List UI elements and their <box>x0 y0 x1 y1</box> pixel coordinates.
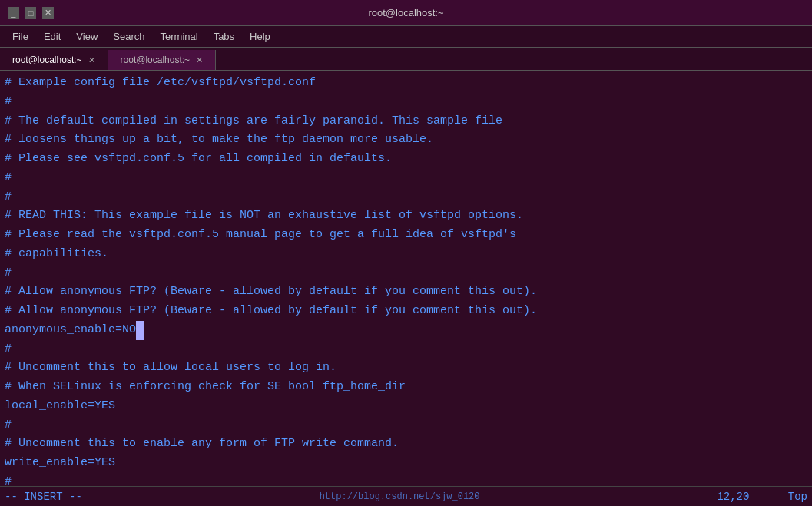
terminal-line: # The default compiled in settings are f… <box>5 114 502 127</box>
menu-search[interactable]: Search <box>107 29 151 44</box>
tab-0-label: root@localhost:~ <box>12 55 82 65</box>
menu-edit[interactable]: Edit <box>38 29 67 44</box>
tab-1-close[interactable]: ✕ <box>196 55 203 65</box>
terminal-line: # Uncomment this to enable any form of F… <box>5 437 399 450</box>
window-title: root@localhost:~ <box>54 7 758 18</box>
terminal-line: # <box>5 190 12 203</box>
terminal-line: # Example config file /etc/vsftpd/vsftpd… <box>5 76 316 89</box>
terminal-line: # When SELinux is enforcing check for SE… <box>5 380 406 393</box>
terminal-line: # Please read the vsftpd.conf.5 manual p… <box>5 228 516 241</box>
tab-bar: root@localhost:~ ✕ root@localhost:~ ✕ <box>0 48 812 71</box>
terminal-line: # <box>5 266 12 279</box>
tab-0-close[interactable]: ✕ <box>88 55 95 65</box>
tab-0[interactable]: root@localhost:~ ✕ <box>0 50 108 70</box>
menu-view[interactable]: View <box>70 29 104 44</box>
terminal-line: # <box>5 95 12 108</box>
terminal-line: # loosens things up a bit, to make the f… <box>5 133 433 146</box>
terminal-line: # READ THIS: This example file is NOT an… <box>5 209 523 222</box>
terminal-line: local_enable=YES <box>5 399 115 412</box>
menu-help[interactable]: Help <box>244 29 277 44</box>
status-bar: -- INSERT -- http://blog.csdn.net/sjw_01… <box>0 486 812 506</box>
terminal-line: # Please see vsftpd.conf.5 for all compi… <box>5 152 392 165</box>
terminal-line: # <box>5 342 12 356</box>
cursor <box>136 321 144 340</box>
terminal-line: # Uncomment this to allow local users to… <box>5 361 336 374</box>
terminal-line: # capabilities. <box>5 247 108 260</box>
terminal-line: # Allow anonymous FTP? (Beware - allowed… <box>5 285 537 298</box>
title-bar: _ □ ✕ root@localhost:~ <box>0 0 812 26</box>
menu-file[interactable]: File <box>6 29 35 44</box>
tab-1[interactable]: root@localhost:~ ✕ <box>108 50 217 70</box>
close-button[interactable]: ✕ <box>42 7 54 19</box>
terminal-line: # <box>5 418 12 432</box>
tab-1-label: root@localhost:~ <box>121 55 191 65</box>
menu-bar: File Edit View Search Terminal Tabs Help <box>0 26 812 48</box>
maximize-button[interactable]: □ <box>25 7 37 19</box>
minimize-button[interactable]: _ <box>8 7 19 19</box>
menu-tabs[interactable]: Tabs <box>207 29 240 44</box>
vim-mode: -- INSERT -- <box>5 491 82 503</box>
terminal-line: # <box>5 171 12 184</box>
menu-terminal[interactable]: Terminal <box>154 29 204 44</box>
terminal-line: write_enable=YES <box>5 456 115 469</box>
url-text: http://blog.csdn.net/sjw_0120 <box>320 491 480 502</box>
cursor-position: 12,20 Top <box>717 491 807 503</box>
terminal-line: # <box>5 475 12 486</box>
terminal-content[interactable]: # Example config file /etc/vsftpd/vsftpd… <box>0 71 812 486</box>
